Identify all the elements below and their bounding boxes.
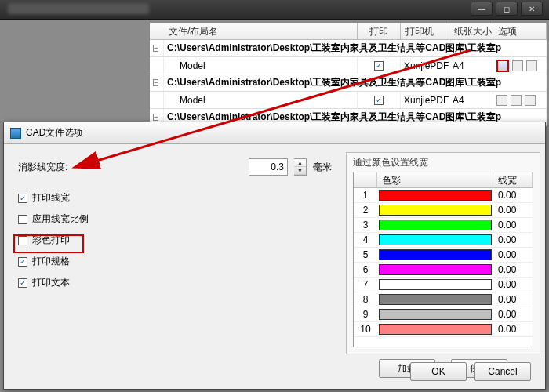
grid-path-row[interactable]: − C:\Users\Administrator\Desktop\工装室内家具及… <box>150 74 547 92</box>
color-index: 5 <box>354 249 377 260</box>
path-cell: C:\Users\Administrator\Desktop\工装室内家具及卫生… <box>164 74 547 91</box>
ok-button[interactable]: OK <box>410 362 467 381</box>
color-row[interactable]: 8 0.00 <box>354 292 533 307</box>
preview-icon[interactable] <box>526 60 537 71</box>
dialog-icon <box>10 128 21 139</box>
minimize-button[interactable]: — <box>471 2 493 16</box>
lineweight-value[interactable]: 0.00 <box>493 205 533 216</box>
option-row: 应用线宽比例 <box>18 212 332 226</box>
layout-options-icon[interactable] <box>496 95 507 106</box>
hide-line-spinner[interactable]: ▲▼ <box>294 158 307 176</box>
col-lineweight[interactable]: 线宽 <box>493 172 533 187</box>
lineweight-value[interactable]: 0.00 <box>493 324 533 335</box>
option-label: 应用线宽比例 <box>32 212 89 226</box>
color-index: 6 <box>354 264 377 275</box>
option-label: 打印规格 <box>32 255 70 268</box>
color-lineweight-panel: 通过颜色设置线宽 色彩 线宽 1 0.00 2 0.00 3 0.00 4 0.… <box>346 152 540 354</box>
color-index: 7 <box>354 279 377 290</box>
col-printer[interactable]: 打印机 <box>401 23 449 39</box>
size-cell[interactable]: A4 <box>449 92 493 108</box>
lineweight-value[interactable]: 0.00 <box>493 309 533 320</box>
title-blurred <box>8 3 149 14</box>
tree-collapse-icon[interactable]: − <box>153 79 158 86</box>
printer-cell[interactable]: XunjiePDF <box>401 92 449 108</box>
option-checkbox-4[interactable]: ✓ <box>18 278 27 288</box>
color-row[interactable]: 7 0.00 <box>354 278 533 292</box>
main-window-titlebar: — ◻ ✕ <box>0 0 549 20</box>
color-swatch[interactable] <box>379 234 492 245</box>
color-swatch[interactable] <box>379 324 492 335</box>
lineweight-value[interactable]: 0.00 <box>493 190 533 201</box>
lineweight-value[interactable]: 0.00 <box>493 294 533 305</box>
lineweight-value[interactable]: 0.00 <box>493 234 533 245</box>
option-checkbox-3[interactable]: ✓ <box>18 257 27 267</box>
col-size[interactable]: 纸张大小 <box>449 23 493 39</box>
grid-header: 文件/布局名 打印 打印机 纸张大小 选项 <box>150 23 547 40</box>
page-setup-icon[interactable] <box>512 60 523 71</box>
tree-collapse-icon[interactable]: − <box>153 45 158 52</box>
color-swatch[interactable] <box>379 220 492 230</box>
color-index: 4 <box>354 234 377 245</box>
hide-line-input[interactable] <box>249 158 288 176</box>
dialog-titlebar[interactable]: CAD文件选项 <box>4 122 545 144</box>
lineweight-value[interactable]: 0.00 <box>493 264 533 275</box>
cancel-button[interactable]: Cancel <box>474 362 531 381</box>
option-row: ✓ 打印规格 <box>18 255 332 268</box>
close-button[interactable]: ✕ <box>521 2 543 16</box>
color-index: 2 <box>354 205 377 216</box>
dialog-title: CAD文件选项 <box>26 126 83 140</box>
model-name: Model <box>164 92 358 108</box>
maximize-button[interactable]: ◻ <box>496 2 518 16</box>
lineweight-value[interactable]: 0.00 <box>493 220 533 230</box>
color-swatch[interactable] <box>379 205 492 216</box>
grid-model-row[interactable]: Model ✓ XunjiePDF A4 <box>150 57 547 74</box>
annotation-highlight-box <box>13 234 84 253</box>
file-layout-grid: 文件/布局名 打印 打印机 纸张大小 选项 − C:\Users\Adminis… <box>149 22 547 124</box>
option-checkbox-0[interactable]: ✓ <box>18 194 27 203</box>
option-label: 打印文本 <box>32 276 70 289</box>
color-row[interactable]: 5 0.00 <box>354 248 533 263</box>
model-name: Model <box>164 57 358 74</box>
color-row[interactable]: 1 0.00 <box>354 188 533 203</box>
color-swatch[interactable] <box>379 249 492 260</box>
color-index: 10 <box>354 324 377 335</box>
option-row: ✓ 打印文本 <box>18 276 332 289</box>
color-swatch[interactable] <box>379 264 492 275</box>
col-options[interactable]: 选项 <box>493 23 547 39</box>
layout-options-icon[interactable] <box>496 60 509 72</box>
grid-path-row[interactable]: − C:\Users\Administrator\Desktop\工装室内家具及… <box>150 40 547 57</box>
color-swatch[interactable] <box>379 279 492 290</box>
printer-cell[interactable]: XunjiePDF <box>401 57 449 74</box>
hide-line-label: 消影线宽度: <box>18 161 159 174</box>
grid-model-row[interactable]: Model ✓ XunjiePDF A4 <box>150 92 547 109</box>
option-row: ✓ 打印线宽 <box>18 191 332 205</box>
lineweight-value[interactable]: 0.00 <box>493 279 533 290</box>
color-row[interactable]: 3 0.00 <box>354 218 533 233</box>
color-row[interactable]: 2 0.00 <box>354 203 533 218</box>
path-cell: C:\Users\Administrator\Desktop\工装室内家具及卫生… <box>164 40 547 56</box>
color-row[interactable]: 10 0.00 <box>354 322 533 337</box>
lineweight-value[interactable]: 0.00 <box>493 249 533 260</box>
color-row[interactable]: 9 0.00 <box>354 307 533 322</box>
tree-collapse-icon[interactable]: − <box>153 114 158 121</box>
col-color[interactable]: 色彩 <box>377 172 493 187</box>
color-grid: 色彩 线宽 1 0.00 2 0.00 3 0.00 4 0.00 5 0.00… <box>353 172 533 347</box>
color-index: 3 <box>354 220 377 230</box>
color-swatch[interactable] <box>379 190 492 201</box>
page-setup-icon[interactable] <box>511 95 522 106</box>
preview-icon[interactable] <box>525 95 536 106</box>
option-checkbox-1[interactable] <box>18 215 27 224</box>
col-print[interactable]: 打印 <box>358 23 401 39</box>
color-index: 1 <box>354 190 377 201</box>
hide-line-unit: 毫米 <box>313 161 332 174</box>
size-cell[interactable]: A4 <box>449 57 493 74</box>
col-name[interactable]: 文件/布局名 <box>164 23 358 39</box>
color-swatch[interactable] <box>379 309 492 320</box>
color-row[interactable]: 4 0.00 <box>354 233 533 248</box>
color-index: 8 <box>354 294 377 305</box>
color-swatch[interactable] <box>379 294 492 305</box>
print-checkbox[interactable]: ✓ <box>374 61 384 71</box>
color-row[interactable]: 6 0.00 <box>354 263 533 278</box>
print-checkbox[interactable]: ✓ <box>374 96 384 105</box>
cad-options-dialog: CAD文件选项 消影线宽度: ▲▼ 毫米 ✓ 打印线宽 应用线宽比例 彩色打印 … <box>3 122 546 390</box>
